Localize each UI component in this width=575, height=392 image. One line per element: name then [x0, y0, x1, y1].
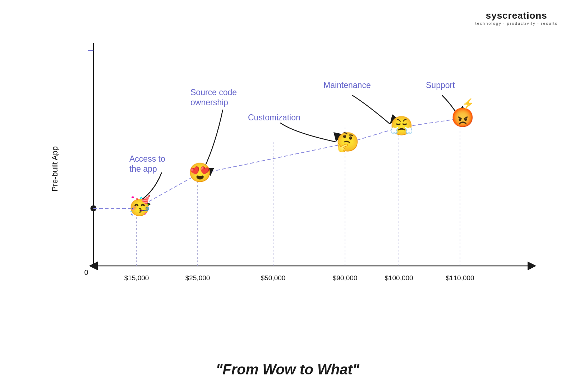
- logo-tagline: technology · productivity · results: [475, 21, 558, 26]
- logo-name: syscreations: [475, 10, 558, 21]
- logo: syscreations technology · productivity ·…: [475, 10, 558, 26]
- tick-90k: $90,000: [333, 274, 358, 282]
- y-axis-label: Pre-built App: [50, 146, 59, 192]
- lightning-icon: ⚡: [462, 98, 474, 110]
- tick-25k: $25,000: [185, 274, 210, 282]
- origin-label: 0: [84, 268, 88, 276]
- emoji-frustrated: 😤: [390, 115, 413, 137]
- emoji-angry: 😡: [451, 106, 474, 129]
- annotation-customization: Customization: [248, 113, 300, 122]
- emoji-thinking: 🤔: [336, 131, 359, 153]
- tick-110k: $110,000: [446, 274, 474, 282]
- annotation-source2: ownership: [190, 98, 228, 107]
- emoji-party: 🥳: [128, 194, 151, 217]
- tick-15k: $15,000: [124, 274, 149, 282]
- annotation-maintenance: Maintenance: [323, 80, 371, 90]
- annotation-source1: Source code: [190, 88, 237, 97]
- annotation-support: Support: [426, 80, 455, 90]
- annotation-access2: the app: [129, 164, 157, 174]
- chart-svg: Pre-built App 0 $15,000 $25,000 $50,000 …: [36, 32, 539, 305]
- footer-text: "From Wow to What": [0, 361, 575, 378]
- tick-100k: $100,000: [385, 274, 413, 282]
- tick-50k: $50,000: [261, 274, 286, 282]
- emoji-heart-eyes: 😍: [188, 161, 212, 184]
- page-container: syscreations technology · productivity ·…: [0, 0, 575, 392]
- annotation-access: Access to: [129, 154, 165, 163]
